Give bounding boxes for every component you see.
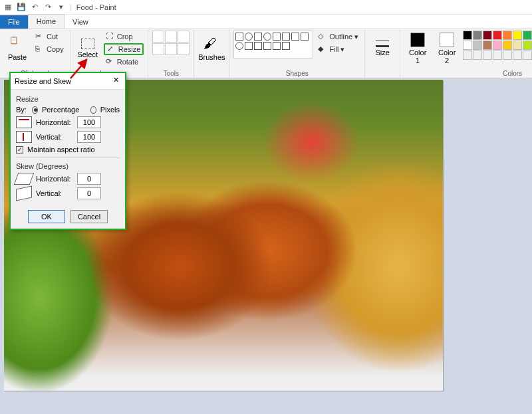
palette-swatch[interactable] — [483, 41, 492, 50]
palette-swatch[interactable] — [513, 41, 522, 50]
paste-button[interactable]: 📋 Paste — [4, 31, 31, 66]
palette-swatch[interactable] — [523, 41, 532, 50]
skew-vertical-input[interactable] — [77, 187, 101, 199]
by-label: By: — [16, 106, 28, 114]
pixels-label: Pixels — [100, 106, 120, 114]
palette-swatch[interactable] — [523, 51, 532, 60]
color1-button[interactable]: Color 1 — [404, 31, 431, 66]
tool-grid[interactable] — [152, 31, 190, 55]
chevron-down-icon: ▾ — [354, 33, 358, 41]
window-title: Food - Paint — [76, 3, 116, 11]
palette-swatch[interactable] — [503, 31, 512, 40]
palette-swatch[interactable] — [493, 51, 502, 60]
resize-h-label: Horizontal: — [36, 118, 73, 126]
shape-fill-button[interactable]: ◆Fill ▾ — [316, 43, 360, 55]
cancel-button[interactable]: Cancel — [70, 210, 108, 223]
chevron-down-icon: ▾ — [340, 45, 344, 54]
redo-icon[interactable]: ↷ — [43, 2, 53, 13]
undo-icon[interactable]: ↶ — [29, 2, 40, 13]
copy-icon: ⎘ — [35, 45, 45, 54]
palette-swatch[interactable] — [513, 31, 522, 40]
size-button[interactable]: Size — [369, 31, 396, 66]
qat-dropdown-icon[interactable]: ▾ — [56, 2, 66, 13]
percentage-radio[interactable] — [32, 106, 38, 114]
brushes-button[interactable]: 🖌 Brushes — [198, 31, 225, 66]
palette-swatch[interactable] — [473, 51, 482, 60]
palette-swatch[interactable] — [523, 31, 532, 40]
palette-swatch[interactable] — [513, 51, 522, 60]
color-palette[interactable] — [463, 31, 532, 60]
pixels-radio[interactable] — [90, 106, 96, 114]
maintain-aspect-checkbox[interactable] — [16, 146, 23, 154]
ok-button[interactable]: OK — [28, 210, 65, 223]
copy-button[interactable]: ⎘Copy — [33, 43, 66, 55]
shape-outline-button[interactable]: ◇Outline ▾ — [316, 31, 360, 43]
skew-section-label: Skew (Degrees) — [16, 162, 120, 170]
text-icon — [178, 31, 190, 43]
maintain-aspect-label: Maintain aspect ratio — [27, 146, 95, 154]
zoom-icon — [178, 43, 190, 55]
group-label: Tools — [152, 70, 190, 78]
quick-access-toolbar: ▦ 💾 ↶ ↷ ▾ | — [3, 2, 71, 13]
color2-button[interactable]: Color 2 — [434, 31, 460, 66]
fill-icon — [165, 31, 177, 43]
shapes-gallery[interactable] — [233, 31, 313, 58]
cut-icon: ✂ — [35, 32, 45, 41]
ribbon: 📋 Paste ✂Cut ⎘Copy Clipboard Select ⛶Cro… — [0, 29, 532, 78]
paste-icon: 📋 — [9, 36, 25, 52]
group-label: Shapes — [233, 70, 360, 78]
group-label: Colors — [404, 70, 532, 78]
dialog-title: Resize and Skew — [15, 77, 71, 85]
resize-h-icon — [16, 116, 32, 128]
skew-v-label: Vertical: — [36, 189, 73, 197]
brush-icon: 🖌 — [203, 36, 219, 52]
skew-h-icon — [14, 173, 35, 185]
qat-icon[interactable]: ▦ — [3, 2, 13, 13]
palette-swatch[interactable] — [463, 31, 472, 40]
skew-v-icon — [16, 185, 32, 201]
tab-view[interactable]: View — [65, 15, 96, 29]
resize-v-label: Vertical: — [36, 133, 73, 141]
palette-swatch[interactable] — [493, 41, 502, 50]
cut-button[interactable]: ✂Cut — [33, 31, 66, 43]
color1-swatch — [410, 33, 425, 47]
skew-h-label: Horizontal: — [36, 175, 73, 183]
tab-file[interactable]: File — [0, 15, 28, 29]
rotate-button[interactable]: ⟳Rotate — [104, 56, 144, 68]
palette-swatch[interactable] — [463, 41, 472, 50]
crop-icon: ⛶ — [106, 32, 115, 41]
crop-button[interactable]: ⛶Crop — [104, 31, 144, 43]
menu-tabs: File Home View — [0, 15, 532, 29]
tab-home[interactable]: Home — [28, 14, 65, 29]
group-colors: Color 1 Color 2 Edit colors 🎨 Edit with … — [400, 29, 532, 78]
palette-swatch[interactable] — [473, 31, 482, 40]
percentage-label: Percentage — [42, 106, 79, 114]
rotate-icon: ⟳ — [106, 57, 115, 66]
color2-swatch — [440, 33, 454, 47]
group-brushes: 🖌 Brushes . — [194, 29, 229, 78]
palette-swatch[interactable] — [483, 31, 492, 40]
save-icon[interactable]: 💾 — [16, 2, 27, 13]
skew-horizontal-input[interactable] — [77, 173, 101, 185]
eraser-icon — [152, 43, 164, 55]
group-shapes: ◇Outline ▾ ◆Fill ▾ Shapes — [229, 29, 365, 78]
close-button[interactable]: ✕ — [110, 76, 121, 86]
group-clipboard: 📋 Paste ✂Cut ⎘Copy Clipboard — [0, 29, 70, 78]
palette-swatch[interactable] — [493, 31, 502, 40]
group-size: Size . — [365, 29, 400, 78]
titlebar: ▦ 💾 ↶ ↷ ▾ | Food - Paint — [0, 0, 532, 15]
select-button[interactable]: Select — [74, 31, 101, 66]
resize-icon: ⤢ — [107, 45, 116, 54]
resize-skew-dialog: Resize and Skew ✕ Resize By: Percentage … — [9, 72, 126, 230]
resize-horizontal-input[interactable] — [77, 116, 101, 128]
palette-swatch[interactable] — [503, 41, 512, 50]
select-icon — [81, 39, 94, 49]
palette-swatch[interactable] — [503, 51, 512, 60]
resize-vertical-input[interactable] — [77, 131, 101, 143]
resize-button[interactable]: ⤢Resize — [104, 43, 144, 55]
palette-swatch[interactable] — [473, 41, 482, 50]
fill-icon: ◆ — [318, 45, 327, 54]
palette-swatch[interactable] — [463, 51, 472, 60]
palette-swatch[interactable] — [483, 51, 492, 60]
pencil-icon — [152, 31, 164, 43]
